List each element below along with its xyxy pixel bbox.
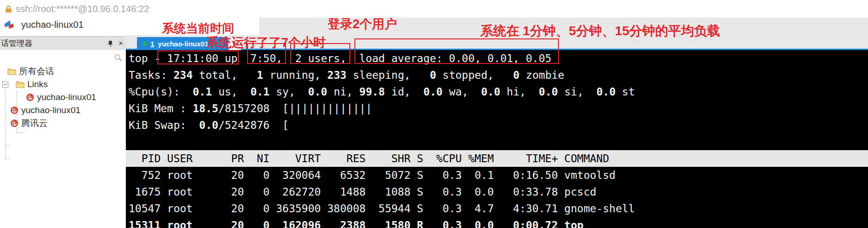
session-icon [10,106,19,114]
pin-icon[interactable] [107,40,114,47]
annotation-load-average: 系统在 1分钟、5分钟、15分钟的平均负载 [480,22,720,40]
process-table-header: PID USER PR NI VIRT RES SHR S %CPU %MEM … [126,150,868,167]
tab-title: yuchao-linux01 [158,40,208,48]
annotation-box-load-average [354,38,559,64]
collapse-expander-icon[interactable] [2,82,8,88]
terminal-line: Tasks: 234 total, 1 running, 233 sleepin… [126,67,868,83]
tree-item-label: yuchao-linux01 [21,105,81,115]
tree-connector [5,90,6,159]
process-row: 1675 root 20 0 262720 1488 1088 S 0.3 0.… [126,184,868,200]
process-row: 10547 root 20 0 3635900 380008 55944 S 0… [126,200,868,217]
tab-number: 1 [150,40,154,48]
connected-status-dot [143,42,147,46]
tree-connector [5,158,10,159]
session-search-row[interactable] [0,50,126,65]
tree-item-all-sessions[interactable]: 所有会话 [7,65,54,78]
annotation-users: 登录2个用户 [328,16,397,32]
session-icon [26,93,34,101]
tree-item-links[interactable]: Links [2,78,48,91]
search-icon[interactable] [114,54,122,62]
tree-item-session-yuchao-linux01[interactable]: yuchao-linux01 [26,91,96,104]
lock-icon [5,5,12,13]
terminal-screen[interactable]: top - 17:11:00 up 7:50, 2 users, load av… [126,50,868,228]
terminal-line: KiB Mem : 18.5/8157208 [||||||||||||| [126,100,868,117]
titlebar: ssh://root:******@10.96.0.146:22 [0,0,868,18]
terminal-line [126,133,868,150]
xshell-session-icon [4,20,15,30]
tree-item-label: 所有会话 [19,65,54,77]
panel-close-icon[interactable]: × [118,39,123,47]
process-rows: 752 root 20 0 320064 6532 5072 S 0.3 0.1… [126,167,868,228]
annotation-box-time [157,51,239,64]
toolbar-session-item[interactable]: yuchao-linux01 [4,19,84,30]
panel-title: 话管理器 [1,38,32,49]
toolbar-session-label: yuchao-linux01 [21,19,84,30]
terminal-summary: top - 17:11:00 up 7:50, 2 users, load av… [126,50,868,150]
tree-connector [5,146,10,146]
process-row: 15311 root 20 0 162096 2388 1580 R 0.3 0… [126,217,868,228]
session-manager-header: 话管理器 × [0,36,126,50]
app-window: ssh://root:******@10.96.0.146:22 yuchao-… [0,0,868,228]
annotation-box-users [290,43,350,64]
tree-item-label: 腾讯云 [21,117,48,129]
tree-item-session-tencent-cloud[interactable]: 腾讯云 [10,117,48,130]
folder-icon [16,81,25,88]
tree-connector [17,133,25,133]
tree-item-session-yuchao-linux01-2[interactable]: yuchao-linux01 [10,104,81,117]
process-row: 752 root 20 0 320064 6532 5072 S 0.3 0.1… [126,167,868,184]
session-icon [10,119,19,127]
terminal-line: KiB Swap: 0.0/5242876 [ [126,117,868,133]
address-text: ssh://root:******@10.96.0.146:22 [16,4,149,14]
tree-item-label: Links [27,79,48,89]
tree-item-label: yuchao-linux01 [37,92,96,102]
annotation-box-uptime [247,43,286,64]
terminal-line: %Cpu(s): 0.1 us, 0.1 sy, 0.0 ni, 99.8 id… [126,83,868,100]
session-manager-panel: 话管理器 × 所有会话 [0,35,126,228]
folder-icon [7,68,16,75]
